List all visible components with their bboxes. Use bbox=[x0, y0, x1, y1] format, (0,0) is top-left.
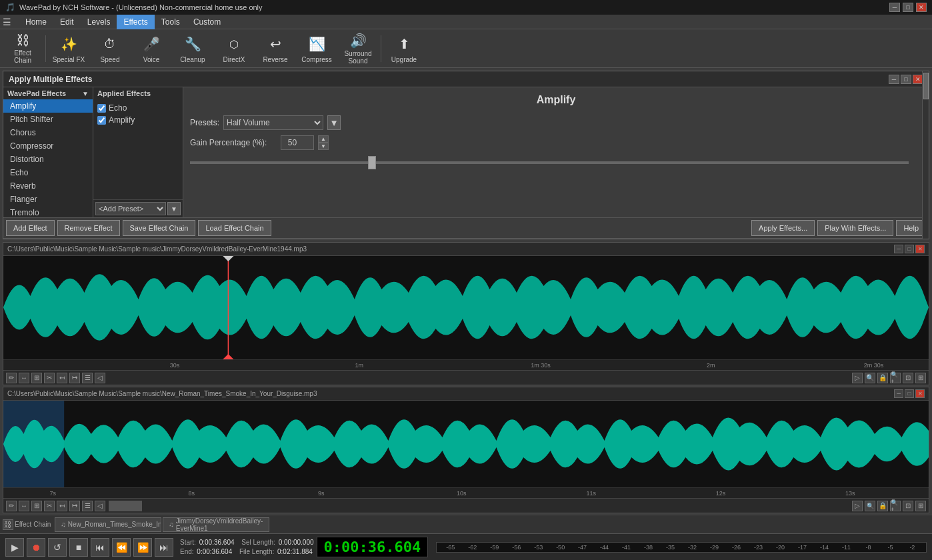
wave1-fit[interactable]: ⊡ bbox=[903, 373, 913, 383]
menu-custom[interactable]: Custom bbox=[187, 15, 227, 29]
add-preset-select[interactable]: <Add Preset> bbox=[95, 202, 166, 215]
maximize-button[interactable]: □ bbox=[903, 3, 913, 12]
wave1-zoom-region[interactable]: ⊞ bbox=[31, 373, 42, 383]
wave2-list[interactable]: ☰ bbox=[82, 501, 93, 511]
wave1-select[interactable]: ↔ bbox=[19, 373, 29, 383]
hamburger-menu[interactable]: ☰ bbox=[3, 17, 16, 27]
effect-reverb[interactable]: Reverb bbox=[3, 179, 93, 193]
wave2-in[interactable]: ↤ bbox=[57, 501, 67, 511]
effect-flanger[interactable]: Flanger bbox=[3, 193, 93, 206]
apply-effects-button[interactable]: Apply Effects... bbox=[751, 220, 815, 236]
wave1-out[interactable]: ↦ bbox=[69, 373, 80, 383]
gain-slider[interactable] bbox=[190, 161, 909, 164]
wave1-nav-right[interactable]: ▷ bbox=[852, 373, 863, 383]
fast-forward-button[interactable]: ⏩ bbox=[133, 538, 152, 557]
wave2-extra[interactable]: ⊞ bbox=[915, 501, 926, 511]
wave1-pencil[interactable]: ✏ bbox=[6, 373, 17, 383]
tab-new-roman[interactable]: ♫ New_Roman_Times_Smoke_In_Your_ bbox=[55, 517, 161, 532]
tool-surround[interactable]: 🔊 Surround Sound bbox=[338, 31, 378, 66]
record-button[interactable]: ⏺ bbox=[27, 538, 45, 557]
effect-amplify[interactable]: Amplify bbox=[3, 99, 93, 113]
wave2-pencil[interactable]: ✏ bbox=[6, 501, 17, 511]
effect-echo[interactable]: Echo bbox=[3, 166, 93, 179]
wave2-nav[interactable]: ◁ bbox=[95, 501, 105, 511]
ame-scrollbar[interactable] bbox=[922, 71, 929, 239]
wave1-close[interactable]: ✕ bbox=[915, 245, 925, 253]
menu-levels[interactable]: Levels bbox=[81, 15, 117, 29]
stop-button[interactable]: ■ bbox=[69, 538, 88, 557]
tab-jimmy-dorsey[interactable]: ♫ JimmyDorseyVmildredBailey-EverMine1 bbox=[163, 517, 269, 532]
next-button[interactable]: ⏭ bbox=[155, 538, 173, 557]
wave1-maximize[interactable]: □ bbox=[905, 245, 914, 253]
add-preset-dropdown-btn[interactable]: ▼ bbox=[167, 202, 181, 215]
toolbar: ⛓ Effect Chain ✨ Special FX ⏱ Speed 🎤 Vo… bbox=[0, 29, 932, 68]
ame-minimize[interactable]: ─ bbox=[889, 75, 899, 84]
effects-list[interactable]: Amplify Pitch Shifter Chorus Compressor … bbox=[3, 99, 93, 217]
wave1-lock[interactable]: 🔒 bbox=[877, 373, 888, 383]
rewind-button[interactable]: ⏪ bbox=[112, 538, 131, 557]
gain-input[interactable] bbox=[281, 135, 314, 150]
wave1-minimize[interactable]: ─ bbox=[894, 245, 903, 253]
ame-scrollbar-thumb[interactable] bbox=[923, 73, 929, 99]
wave2-close[interactable]: ✕ bbox=[915, 389, 925, 398]
effect-pitch-shifter[interactable]: Pitch Shifter bbox=[3, 113, 93, 126]
tab-jimmy-dorsey-icon: ♫ bbox=[169, 521, 174, 528]
effect-distortion[interactable]: Distortion bbox=[3, 153, 93, 166]
wave2-nav-right[interactable]: ▷ bbox=[852, 501, 863, 511]
wave1-list[interactable]: ☰ bbox=[82, 373, 93, 383]
close-button[interactable]: ✕ bbox=[916, 3, 927, 12]
gain-up-btn[interactable]: ▲ bbox=[318, 135, 329, 143]
play-button[interactable]: ▶ bbox=[5, 538, 24, 557]
tool-special-fx[interactable]: ✨ Special FX bbox=[49, 31, 89, 66]
preset-dropdown-arrow[interactable]: ▼ bbox=[327, 115, 341, 130]
ame-maximize[interactable]: □ bbox=[901, 75, 911, 84]
applied-echo-checkbox[interactable] bbox=[97, 104, 106, 113]
menu-tools[interactable]: Tools bbox=[155, 15, 187, 29]
wave1-canvas[interactable]: // Generated inline - create many wavefo… bbox=[3, 256, 929, 359]
play-with-effects-button[interactable]: Play With Effects... bbox=[817, 220, 893, 236]
wave2-zoom-in[interactable]: 🔍+ bbox=[890, 501, 901, 511]
menu-home[interactable]: Home bbox=[19, 15, 53, 29]
tool-voice[interactable]: 🎤 Voice bbox=[131, 31, 171, 66]
wave1-zoom-out[interactable]: 🔍 bbox=[865, 373, 875, 383]
minimize-button[interactable]: ─ bbox=[889, 3, 900, 12]
tool-cleanup[interactable]: 🔧 Cleanup bbox=[173, 31, 213, 66]
effect-chain-icon-taskbar[interactable]: ⛓ bbox=[3, 519, 13, 530]
loop-button[interactable]: ↺ bbox=[48, 538, 67, 557]
wave2-minimize[interactable]: ─ bbox=[894, 389, 903, 398]
tool-speed[interactable]: ⏱ Speed bbox=[90, 31, 130, 66]
save-effect-chain-button[interactable]: Save Effect Chain bbox=[123, 220, 196, 236]
applied-amplify-checkbox[interactable] bbox=[97, 116, 106, 125]
load-effect-chain-button[interactable]: Load Effect Chain bbox=[198, 220, 271, 236]
wave1-in[interactable]: ↤ bbox=[57, 373, 67, 383]
add-effect-button[interactable]: Add Effect bbox=[6, 220, 55, 236]
effect-compressor[interactable]: Compressor bbox=[3, 139, 93, 153]
wave1-zoom-in[interactable]: 🔍+ bbox=[890, 373, 901, 383]
preset-select[interactable]: Half Volume Full Volume None bbox=[223, 115, 323, 130]
wave2-out[interactable]: ↦ bbox=[69, 501, 80, 511]
tool-compress[interactable]: 📉 Compress bbox=[297, 31, 337, 66]
prev-button[interactable]: ⏮ bbox=[91, 538, 109, 557]
wave1-cut[interactable]: ✂ bbox=[44, 373, 55, 383]
wave1-nav[interactable]: ◁ bbox=[95, 373, 105, 383]
wave1-extra[interactable]: ⊞ bbox=[915, 373, 926, 383]
effect-tremolo[interactable]: Tremolo bbox=[3, 206, 93, 217]
wave2-scroll-region[interactable] bbox=[109, 501, 142, 511]
wave2-canvas[interactable] bbox=[3, 401, 929, 487]
menu-effects[interactable]: Effects bbox=[117, 15, 154, 29]
wave2-zoom-out[interactable]: 🔍 bbox=[865, 501, 875, 511]
gain-down-btn[interactable]: ▼ bbox=[318, 143, 329, 150]
effect-chorus[interactable]: Chorus bbox=[3, 126, 93, 139]
remove-effect-button[interactable]: Remove Effect bbox=[57, 220, 120, 236]
wave2-zoom-region[interactable]: ⊞ bbox=[31, 501, 42, 511]
wave2-fit[interactable]: ⊡ bbox=[903, 501, 913, 511]
tool-upgrade[interactable]: ⬆ Upgrade bbox=[384, 31, 424, 66]
wave2-cut[interactable]: ✂ bbox=[44, 501, 55, 511]
wave2-select[interactable]: ↔ bbox=[19, 501, 29, 511]
tool-reverse[interactable]: ↩ Reverse bbox=[255, 31, 295, 66]
tool-effect-chain[interactable]: ⛓ Effect Chain bbox=[3, 31, 43, 66]
tool-directx[interactable]: ⬡ DirectX bbox=[214, 31, 254, 66]
menu-edit[interactable]: Edit bbox=[53, 15, 81, 29]
wave2-lock[interactable]: 🔒 bbox=[877, 501, 888, 511]
wave2-maximize[interactable]: □ bbox=[905, 389, 914, 398]
